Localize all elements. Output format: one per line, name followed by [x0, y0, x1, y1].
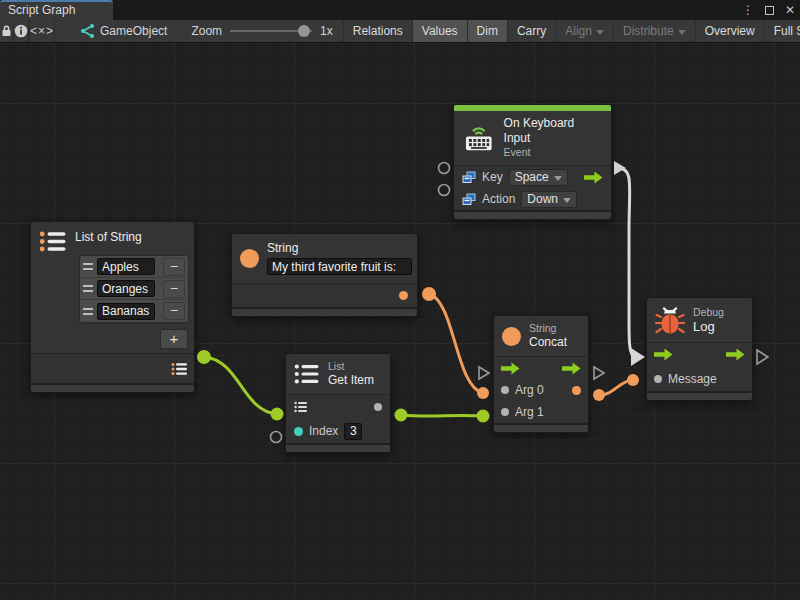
zoom-control: Zoom 1x — [181, 20, 343, 42]
message-label: Message — [668, 372, 717, 386]
list-item-input[interactable] — [97, 258, 155, 275]
flow-output-arrow-icon[interactable] — [584, 171, 603, 184]
window-menu-icon[interactable]: ⋮ — [742, 3, 754, 17]
tab-script-graph[interactable]: Script Graph — [0, 0, 113, 20]
item-output-port[interactable] — [374, 403, 382, 411]
enum-icon — [462, 171, 476, 184]
arg0-row: Arg 0 — [494, 379, 588, 401]
arg1-label: Arg 1 — [515, 405, 544, 419]
flow-input-arrow-icon[interactable] — [654, 348, 673, 361]
bug-icon — [655, 304, 685, 336]
list-item-row: − — [80, 256, 188, 278]
index-row: Index — [286, 419, 390, 443]
key-dropdown[interactable]: Space — [509, 169, 568, 186]
lock-button[interactable] — [0, 20, 14, 42]
drag-handle-icon[interactable] — [83, 263, 93, 270]
string-value-input[interactable] — [267, 258, 412, 275]
zoom-label: Zoom — [191, 24, 222, 38]
node-list-of-string[interactable]: List of String − − − — [30, 221, 195, 393]
node-string-literal[interactable]: String — [231, 233, 418, 317]
action-dropdown[interactable]: Down — [521, 191, 577, 208]
index-input-port[interactable] — [294, 427, 303, 436]
zoom-slider[interactable] — [230, 25, 312, 37]
fullscreen-button[interactable]: Full Screen — [765, 20, 800, 42]
key-port-row: Key Space — [454, 166, 611, 188]
node-footer — [647, 391, 752, 400]
remove-item-button[interactable]: − — [163, 302, 185, 320]
list-output-port-icon[interactable] — [171, 362, 188, 376]
zoom-value: 1x — [320, 24, 333, 38]
list-item-row: − — [80, 278, 188, 300]
carry-button[interactable]: Carry — [508, 20, 556, 42]
arg1-input-port[interactable] — [501, 408, 509, 416]
tab-strip: Script Graph ⋮ ✕ — [0, 0, 800, 20]
node-category: List — [328, 360, 374, 373]
remove-item-button[interactable]: − — [163, 258, 185, 276]
node-title: Get Item — [328, 373, 374, 388]
key-label: Key — [482, 170, 503, 184]
close-icon[interactable]: ✕ — [785, 3, 795, 17]
message-row: Message — [647, 366, 752, 391]
flow-input-arrow-icon[interactable] — [501, 362, 520, 375]
arg1-row: Arg 1 — [494, 401, 588, 423]
action-port-row: Action Down — [454, 188, 611, 210]
flow-output-arrow-icon[interactable] — [562, 362, 581, 375]
arg0-input-port[interactable] — [501, 386, 509, 394]
chevron-down-icon — [596, 30, 604, 35]
node-footer — [494, 423, 588, 432]
list-input-port-icon[interactable] — [294, 401, 308, 413]
list-item-input[interactable] — [97, 303, 155, 320]
node-title: On Keyboard Input — [504, 116, 603, 146]
lock-icon — [0, 24, 13, 38]
action-label: Action — [482, 192, 515, 206]
remove-item-button[interactable]: − — [163, 280, 185, 298]
node-category: String — [529, 322, 567, 335]
arg0-label: Arg 0 — [515, 383, 544, 397]
node-debug-log[interactable]: Debug Log Message — [646, 297, 753, 401]
list-item-input[interactable] — [97, 280, 155, 297]
flow-row — [647, 343, 752, 366]
node-category: Debug — [693, 306, 724, 319]
flow-output-arrow-icon[interactable] — [726, 348, 745, 361]
align-button[interactable]: Align — [556, 20, 614, 42]
script-graph-icon — [79, 24, 94, 38]
maximize-icon[interactable] — [765, 6, 774, 15]
graph-canvas[interactable]: On Keyboard Input Event Key Space — [0, 43, 800, 600]
keyboard-icon — [462, 124, 496, 152]
node-footer — [31, 383, 194, 392]
node-concat[interactable]: String Concat Arg 0 — [493, 315, 589, 433]
chevron-down-icon — [563, 198, 571, 203]
values-button[interactable]: Values — [413, 20, 468, 42]
node-get-item[interactable]: List Get Item — [285, 353, 391, 453]
result-output-port[interactable] — [572, 386, 581, 395]
list-orange-icon — [39, 230, 67, 253]
relations-button[interactable]: Relations — [344, 20, 413, 42]
node-footer — [454, 210, 611, 219]
drag-handle-icon[interactable] — [83, 285, 93, 292]
node-on-keyboard-input[interactable]: On Keyboard Input Event Key Space — [453, 104, 612, 220]
node-title: String — [267, 241, 412, 256]
string-type-icon — [240, 249, 259, 268]
distribute-button[interactable]: Distribute — [614, 20, 696, 42]
drag-handle-icon[interactable] — [83, 308, 93, 315]
gameobject-label: GameObject — [100, 24, 167, 38]
node-title: Log — [693, 319, 724, 334]
add-item-button[interactable]: + — [160, 329, 188, 349]
node-footer — [286, 443, 390, 452]
message-input-port[interactable] — [654, 375, 662, 383]
node-title: Concat — [529, 335, 567, 350]
string-type-icon — [502, 327, 521, 346]
dim-button[interactable]: Dim — [468, 20, 508, 42]
info-icon — [14, 24, 28, 38]
list-input-row — [286, 395, 390, 419]
chevron-down-icon — [554, 176, 562, 181]
node-title: List of String — [75, 230, 142, 245]
string-output-port[interactable] — [399, 291, 408, 300]
overview-button[interactable]: Overview — [696, 20, 765, 42]
edit-code-button[interactable]: <×> — [30, 20, 55, 42]
graph-toolbar: <×> GameObject Zoom 1x Relations Values … — [0, 20, 800, 43]
gameobject-selector[interactable]: GameObject — [55, 20, 181, 42]
info-button[interactable] — [14, 20, 29, 42]
index-input[interactable] — [344, 423, 362, 440]
zoom-slider-knob[interactable] — [298, 25, 310, 37]
